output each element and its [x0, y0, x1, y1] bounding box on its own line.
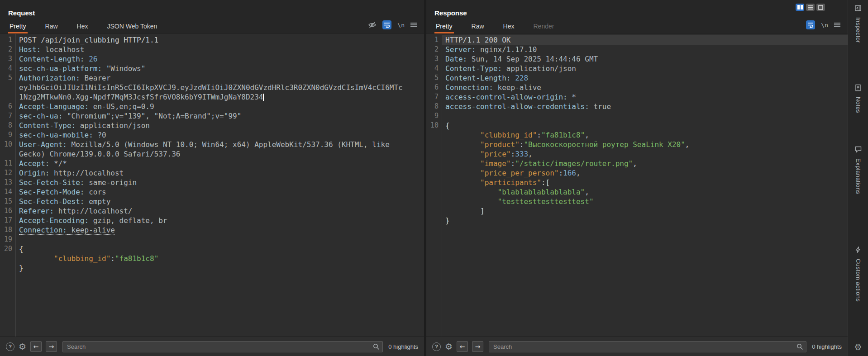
sidebar-item-inspector[interactable]: Inspector: [848, 5, 868, 43]
line-number: [426, 130, 442, 140]
code-line[interactable]: 6Accept-Language: en-US,en;q=0.9: [0, 102, 424, 111]
line-number: 17: [0, 216, 15, 225]
code-line[interactable]: 12Origin: http://localhost: [0, 168, 424, 178]
stacked-rows-icon: [808, 5, 813, 10]
code-text: "blablablablablabla",: [442, 187, 848, 197]
code-line[interactable]: 5Authorization: Bearer: [0, 73, 424, 83]
soft-wrap-button[interactable]: [806, 20, 815, 29]
code-line[interactable]: 17Accept-Encoding: gzip, deflate, br: [0, 216, 424, 225]
previous-match-button[interactable]: ←: [457, 341, 468, 352]
code-line[interactable]: 13Sec-Fetch-Site: same-origin: [0, 178, 424, 187]
code-line[interactable]: 1HTTP/1.1 200 OK: [426, 35, 848, 45]
tab-hex[interactable]: Hex: [502, 23, 516, 33]
code-line[interactable]: 1POST /api/join_clubbing HTTP/1.1: [0, 35, 424, 45]
code-line[interactable]: 9sec-ch-ua-mobile: ?0: [0, 130, 424, 140]
code-line[interactable]: 7access-control-allow-origin: *: [426, 92, 848, 102]
code-line[interactable]: 3Content-Length: 26: [0, 54, 424, 64]
gear-icon[interactable]: ⚙: [445, 342, 453, 351]
code-line[interactable]: 4sec-ch-ua-platform: "Windows": [0, 64, 424, 73]
code-line[interactable]: 4Content-Type: application/json: [426, 64, 848, 73]
next-match-button[interactable]: →: [46, 341, 57, 352]
code-line[interactable]: "clubbing_id":"fa81b1c8": [0, 254, 424, 263]
code-line[interactable]: 11Accept: */*: [0, 159, 424, 168]
line-number: 5: [0, 73, 15, 83]
newline-visualization-icon[interactable]: \n: [821, 22, 828, 28]
layout-columns-button[interactable]: [796, 4, 804, 11]
code-text: Sec-Fetch-Site: same-origin: [15, 178, 424, 187]
sidebar-settings[interactable]: ⚙: [848, 343, 868, 351]
code-line[interactable]: 10{: [426, 121, 848, 130]
tab-json-web-token[interactable]: JSON Web Token: [106, 23, 159, 33]
code-line[interactable]: "price":333,: [426, 149, 848, 159]
search-input[interactable]: [489, 341, 806, 352]
soft-wrap-button[interactable]: [382, 20, 391, 29]
newline-visualization-icon[interactable]: \n: [397, 22, 405, 28]
gear-icon[interactable]: ⚙: [19, 342, 26, 351]
code-line[interactable]: 5Content-Length: 228: [426, 73, 848, 83]
code-line[interactable]: 7sec-ch-ua: "Chromium";v="139", "Not;A=B…: [0, 111, 424, 121]
code-line[interactable]: eyJhbGciOiJIUzI1NiIsInR5cCI6IkpXVCJ9.eyJ…: [0, 83, 424, 92]
code-text: Sec-Fetch-Dest: empty: [15, 197, 424, 206]
code-line[interactable]: }: [0, 263, 424, 273]
code-line[interactable]: 9: [426, 111, 848, 121]
code-line[interactable]: "testtesttesttesttest": [426, 197, 848, 206]
help-icon[interactable]: ?: [432, 342, 441, 351]
tab-raw[interactable]: Raw: [44, 23, 59, 33]
code-text: [442, 111, 848, 121]
code-line[interactable]: 15Sec-Fetch-Dest: empty: [0, 197, 424, 206]
code-text: HTTP/1.1 200 OK: [442, 35, 848, 45]
tab-pretty[interactable]: Pretty: [8, 23, 28, 33]
tab-raw[interactable]: Raw: [470, 23, 486, 33]
code-text: [15, 235, 424, 244]
layout-single-button[interactable]: [816, 4, 825, 11]
code-line[interactable]: 8Content-Type: application/json: [0, 121, 424, 130]
code-line[interactable]: "clubbing_id":"fa81b1c8",: [426, 130, 848, 140]
search-field-wrap: [489, 341, 806, 352]
response-tabs: Pretty Raw Hex Render: [434, 23, 840, 33]
code-line[interactable]: 10User-Agent: Mozilla/5.0 (Windows NT 10…: [0, 140, 424, 149]
code-line[interactable]: 2Host: localhost: [0, 45, 424, 54]
next-match-button[interactable]: →: [472, 341, 483, 352]
tab-hex[interactable]: Hex: [76, 23, 90, 33]
code-line[interactable]: "image":"/static/images/router.png",: [426, 159, 848, 168]
response-toolbar: \n: [806, 20, 840, 29]
code-line[interactable]: "blablablablablabla",: [426, 187, 848, 197]
menu-icon[interactable]: [410, 22, 417, 28]
code-line[interactable]: "participants":[: [426, 178, 848, 187]
code-line[interactable]: 6Connection: keep-alive: [426, 83, 848, 92]
response-editor[interactable]: 1HTTP/1.1 200 OK2Server: nginx/1.17.103D…: [426, 34, 848, 337]
tab-pretty[interactable]: Pretty: [434, 23, 454, 33]
code-line[interactable]: 1Nzg2MTkwNn0.Xgg-Npdf7MqM3JcsfSfr6VO8k6b…: [0, 92, 424, 102]
code-line[interactable]: 19: [0, 235, 424, 244]
code-line[interactable]: ]: [426, 206, 848, 216]
code-text: ]: [442, 206, 848, 216]
code-line[interactable]: 16Referer: http://localhost/: [0, 206, 424, 216]
line-number: 12: [0, 168, 15, 178]
code-text: access-control-allow-credentials: true: [442, 102, 848, 111]
code-text: Content-Length: 26: [15, 54, 424, 64]
previous-match-button[interactable]: ←: [30, 341, 42, 352]
search-input[interactable]: [62, 341, 383, 352]
layout-stacked-button[interactable]: [806, 4, 815, 11]
response-search-bar: ? ⚙ ← → 0 highlights: [426, 337, 848, 356]
single-pane-icon: [818, 5, 823, 10]
code-line[interactable]: }: [426, 216, 848, 225]
code-line[interactable]: 2Server: nginx/1.17.10: [426, 45, 848, 54]
code-line[interactable]: 20{: [0, 244, 424, 254]
settings-gear-icon: ⚙: [854, 343, 862, 351]
code-line[interactable]: "price_per_person":166,: [426, 168, 848, 178]
code-line[interactable]: 8access-control-allow-credentials: true: [426, 102, 848, 111]
code-line[interactable]: Gecko) Chrome/139.0.0.0 Safari/537.36: [0, 149, 424, 159]
code-line[interactable]: "product":"Высокоскоростной роутер SeaLi…: [426, 140, 848, 149]
help-icon[interactable]: ?: [6, 342, 14, 351]
hide-matches-icon[interactable]: [368, 21, 377, 28]
menu-icon[interactable]: [834, 22, 840, 28]
request-editor[interactable]: 1POST /api/join_clubbing HTTP/1.12Host: …: [0, 34, 424, 337]
code-line[interactable]: 3Date: Sun, 14 Sep 2025 14:44:46 GMT: [426, 54, 848, 64]
sidebar-item-explanations[interactable]: Explanations: [848, 146, 868, 194]
sidebar-item-custom-actions[interactable]: Custom actions: [848, 246, 868, 302]
code-line[interactable]: 14Sec-Fetch-Mode: cors: [0, 187, 424, 197]
code-line[interactable]: 18Connection: keep-alive: [0, 225, 424, 235]
request-toolbar: \n: [368, 20, 417, 29]
sidebar-item-notes[interactable]: Notes: [848, 84, 868, 113]
